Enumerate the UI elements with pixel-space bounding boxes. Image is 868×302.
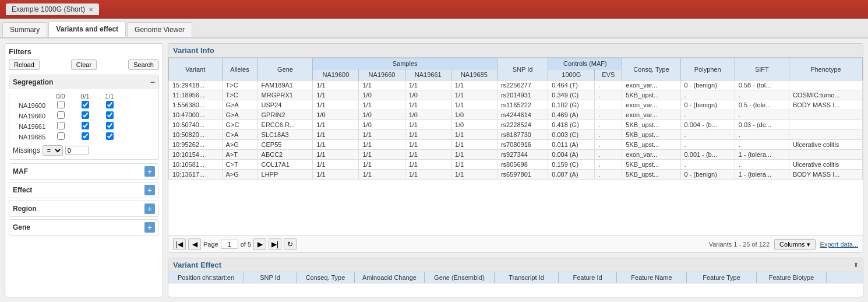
- effect-col-feature-biotype: Feature Biotype: [757, 272, 827, 283]
- page-refresh-button[interactable]: ↻: [284, 238, 297, 250]
- th-gene: Gene: [257, 58, 313, 80]
- reload-button[interactable]: Reload: [9, 59, 40, 70]
- page-last-button[interactable]: ▶|: [269, 238, 281, 250]
- seg-label-na19661: NA19661: [13, 123, 48, 130]
- tab-genome-viewer[interactable]: Genome Viewer: [127, 22, 192, 37]
- variant-info-title: Variant Info: [168, 44, 863, 58]
- seg-na19685-11[interactable]: [106, 132, 114, 140]
- page-input[interactable]: [221, 240, 238, 249]
- seg-na19685-00[interactable]: [57, 132, 65, 140]
- effect-col-feature-id: Feature Id: [559, 272, 617, 283]
- th-alleles: Alleles: [222, 58, 257, 80]
- filters-panel: Filters Reload Clear Search Segregation …: [5, 43, 163, 297]
- nav-tabs: Summary Variants and effect Genome Viewe…: [0, 19, 868, 38]
- seg-na19661-11[interactable]: [106, 122, 114, 129]
- variants-count: Variants 1 - 25 of 122: [709, 241, 770, 248]
- missings-row: Missings = < >: [13, 145, 155, 156]
- th-na19660: NA19660: [359, 69, 405, 80]
- variant-effect-panel: Variant Effect ⬆ Position chr:start:en S…: [168, 258, 863, 297]
- title-tab[interactable]: Example 1000G (Short) ✕: [6, 3, 99, 15]
- seg-na19660-11[interactable]: [106, 111, 114, 119]
- filter-effect: Effect +: [9, 182, 159, 198]
- seg-na19600-11[interactable]: [106, 101, 114, 108]
- missings-operator[interactable]: = < >: [43, 145, 63, 156]
- th-controls-group: Controls (MAF): [548, 58, 622, 69]
- th-na19661: NA19661: [405, 69, 451, 80]
- th-phenotype: Phenotype: [789, 58, 862, 80]
- variant-effect-header: Variant Effect ⬆: [168, 258, 863, 272]
- table-row[interactable]: 10:10154...A>TABCC21/11/11/11/1rs9273440…: [169, 150, 863, 160]
- seg-na19600-01[interactable]: [82, 101, 89, 108]
- segregation-grid: 0/0 0/1 1/1 NA19600 NA19660 NA19661 N: [13, 93, 155, 142]
- seg-label-na19600: NA19600: [13, 102, 48, 109]
- effect-col-transcript: Transcript Id: [495, 272, 559, 283]
- segregation-header[interactable]: Segregation −: [9, 75, 158, 89]
- table-row[interactable]: 10:50820...C>ASLC18A31/11/11/11/1rs81877…: [169, 130, 863, 140]
- variant-info-table: Variant Alleles Gene Samples SNP Id Cont…: [168, 58, 863, 180]
- th-sift: SIFT: [735, 58, 789, 80]
- page-next-button[interactable]: ▶: [253, 238, 266, 250]
- seg-na19600-00[interactable]: [57, 101, 65, 108]
- main-layout: Filters Reload Clear Search Segregation …: [0, 38, 868, 302]
- seg-label-na19685: NA19685: [13, 134, 48, 141]
- filters-toolbar: Reload Clear Search: [9, 59, 159, 70]
- table-row[interactable]: 11:18956...T>CMRGPRX11/11/01/01/1rs20149…: [169, 90, 863, 100]
- seg-na19685-01[interactable]: [82, 132, 89, 140]
- filters-title: Filters: [9, 47, 159, 56]
- table-row[interactable]: 1:556380...G>AUSP241/11/11/11/1rs1165222…: [169, 100, 863, 110]
- segregation-collapse-icon[interactable]: −: [150, 78, 155, 87]
- effect-col-aa-change: Aminoacid Change: [355, 272, 425, 283]
- effect-col-feature-name: Feature Name: [617, 272, 687, 283]
- filter-section-segregation: Segregation − 0/0 0/1 1/1 NA19600 NA1966…: [9, 75, 159, 160]
- tab-summary[interactable]: Summary: [2, 22, 47, 37]
- filter-region: Region +: [9, 201, 159, 217]
- variant-info-panel: Variant Info Variant Alleles Gene Sample…: [168, 43, 863, 253]
- th-variant: Variant: [169, 58, 223, 80]
- pagination-left: |◀ ◀ Page of 5 ▶ ▶| ↻: [173, 238, 297, 250]
- segregation-content: 0/0 0/1 1/1 NA19600 NA19660 NA19661 N: [9, 89, 158, 159]
- th-consq: Consq. Type: [622, 58, 680, 80]
- title-bar: Example 1000G (Short) ✕: [0, 0, 868, 19]
- effect-col-position: Position chr:start:en: [168, 272, 244, 283]
- search-button[interactable]: Search: [128, 59, 159, 70]
- page-first-button[interactable]: |◀: [173, 238, 186, 250]
- effect-col-snpid: SNP Id: [244, 272, 297, 283]
- th-samples-group: Samples: [313, 58, 497, 69]
- seg-na19660-00[interactable]: [57, 111, 65, 119]
- th-evs: EVS: [595, 69, 622, 80]
- seg-na19661-01[interactable]: [82, 122, 89, 129]
- maf-add-button[interactable]: +: [144, 166, 155, 177]
- table-row[interactable]: 10:50740...G>CERCC6.R...1/11/01/11/0rs22…: [169, 120, 863, 130]
- filter-gene: Gene +: [9, 219, 159, 236]
- variant-info-table-container[interactable]: Variant Alleles Gene Samples SNP Id Cont…: [168, 58, 863, 236]
- seg-label-na19660: NA19660: [13, 113, 48, 120]
- variant-effect-title: Variant Effect: [173, 261, 221, 269]
- effect-add-button[interactable]: +: [144, 185, 155, 195]
- table-row[interactable]: 10:95262...A>GCEP551/11/11/11/1rs7080916…: [169, 140, 863, 150]
- th-snpid: SNP Id: [497, 58, 548, 80]
- region-add-button[interactable]: +: [144, 203, 155, 214]
- columns-button[interactable]: Columns ▾: [774, 239, 815, 250]
- expand-icon[interactable]: ⬆: [853, 262, 858, 268]
- pagination-row: |◀ ◀ Page of 5 ▶ ▶| ↻ Variants 1 - 25 of…: [168, 236, 863, 252]
- clear-button[interactable]: Clear: [71, 59, 97, 70]
- th-na19600: NA19600: [313, 69, 359, 80]
- table-row[interactable]: 10:47000...G>AGPRIN21/01/01/01/0rs424461…: [169, 110, 863, 120]
- missings-value[interactable]: [65, 146, 89, 155]
- page-prev-button[interactable]: ◀: [188, 238, 201, 250]
- table-row[interactable]: 10:13617...A>GLHPP1/11/11/11/1rs65978010…: [169, 170, 863, 180]
- effect-table-header: Position chr:start:en SNP Id Conseq. Typ…: [168, 272, 863, 283]
- title-tab-label: Example 1000G (Short): [12, 5, 85, 13]
- seg-na19661-00[interactable]: [57, 122, 65, 129]
- content-area: Variant Info Variant Alleles Gene Sample…: [168, 43, 863, 297]
- table-row[interactable]: 15:29418...T>CFAM189A11/11/11/11/1rs2256…: [169, 80, 863, 90]
- effect-col-conseq: Conseq. Type: [297, 272, 355, 283]
- gene-add-button[interactable]: +: [144, 222, 155, 233]
- table-row[interactable]: 10:10581...C>TCOL17A11/11/11/11/1rs80569…: [169, 160, 863, 170]
- filter-maf: MAF +: [9, 163, 159, 180]
- effect-col-gene: Gene (EnsembId): [425, 272, 495, 283]
- export-button[interactable]: Export data...: [820, 241, 858, 248]
- seg-na19660-01[interactable]: [82, 111, 89, 119]
- close-icon[interactable]: ✕: [89, 6, 93, 13]
- tab-variants-effect[interactable]: Variants and effect: [48, 22, 126, 37]
